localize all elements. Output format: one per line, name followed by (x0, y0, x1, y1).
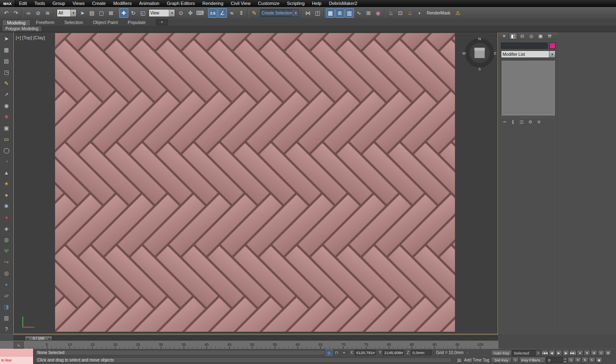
tan-sphere-tool-icon[interactable]: ● (1, 191, 12, 199)
next-frame-button[interactable]: |▶ (563, 350, 569, 356)
select-object-icon[interactable]: ➤ (78, 8, 87, 18)
menu-group[interactable]: Group (49, 0, 69, 7)
selection-filter-dropdown-arrow-icon[interactable]: ▾ (70, 10, 76, 17)
menu-views[interactable]: Views (69, 0, 88, 7)
box-tool-icon[interactable]: ▣ (1, 124, 12, 132)
absolute-offset-toggle-icon[interactable]: ⌖ (341, 350, 347, 356)
current-frame-field[interactable]: 0 (546, 357, 563, 363)
diamond-tool-icon[interactable]: ❖ (1, 113, 12, 121)
curve-editor-icon[interactable]: ∿ (354, 8, 363, 18)
sphere-tool-icon[interactable]: ◔ (1, 157, 12, 166)
frame-tick-50[interactable]: 50 (250, 342, 254, 347)
frame-tick-45[interactable]: 45 (227, 342, 231, 347)
configure-modifier-sets-button[interactable]: ≣ (536, 119, 542, 125)
menu-customize[interactable]: Customize (254, 0, 283, 7)
pan-button[interactable]: ✛ (575, 357, 581, 363)
previous-frame-button[interactable]: ◀| (549, 350, 555, 356)
render-flyout-arrow-icon[interactable]: ▾ (415, 8, 424, 18)
maximize-viewport-button[interactable]: ▣ (596, 357, 602, 363)
ring-tool-icon[interactable]: ◎ (1, 269, 12, 278)
toggle-scene-explorer-icon[interactable]: ▦ (326, 8, 335, 18)
x-coordinate-field[interactable]: 6120,791mm (355, 350, 375, 355)
reference-coordinate-dropdown-arrow-icon[interactable]: ▾ (169, 10, 175, 17)
viewcube-east-label[interactable]: E (494, 51, 496, 55)
zoom-region-button[interactable]: ⊠ (605, 350, 611, 356)
maxscript-mini-listener[interactable]: In line: (0, 349, 34, 364)
frame-tick-55[interactable]: 55 (273, 342, 277, 347)
zoom-extents-button[interactable]: ⊡ (598, 350, 604, 356)
set-key-button[interactable]: Set Key (491, 357, 512, 363)
cone-tool-icon[interactable]: ▲ (1, 168, 12, 177)
hand-tool-icon[interactable]: ↪ (1, 258, 12, 266)
menu-modifiers[interactable]: Modifiers (109, 0, 135, 7)
use-pivot-center-icon[interactable]: ⊙ (176, 8, 185, 18)
make-unique-button[interactable]: ◫ (518, 119, 525, 125)
select-and-link-icon[interactable]: ∞ (24, 8, 33, 18)
align-icon[interactable]: ◫ (313, 8, 322, 18)
new-key-tangent-button[interactable]: ∿ (512, 357, 519, 363)
remove-modifier-button[interactable]: ⊖ (527, 119, 534, 125)
frame-tick-25[interactable]: 25 (136, 342, 140, 347)
reference-coordinate-dropdown[interactable]: View▾ (149, 9, 175, 17)
modifier-stack-list[interactable] (501, 60, 555, 115)
help-tool-icon[interactable]: ? (1, 325, 12, 333)
frame-tick-20[interactable]: 20 (113, 342, 117, 347)
create-tab[interactable]: ✶ (500, 32, 508, 40)
named-selection-sets-dropdown[interactable]: Create Selection Se▾ (260, 9, 299, 17)
plane-tool-icon[interactable]: ▭ (1, 135, 12, 144)
menu-debrismaker2[interactable]: DebrisMaker2 (325, 0, 361, 7)
frame-spinner-down-icon[interactable]: ▾ (563, 360, 567, 363)
herringbone-plane-object[interactable] (55, 33, 455, 332)
listener-lane[interactable]: In line: (0, 357, 33, 364)
auto-key-selected-dropdown[interactable]: Selected▾ (512, 350, 541, 356)
half-tone-tool-icon[interactable]: ◨ (1, 302, 12, 311)
grid-tool-icon[interactable]: ▦ (1, 46, 12, 54)
list-tool-icon[interactable]: ▤ (1, 57, 12, 65)
object-color-swatch[interactable] (549, 43, 556, 49)
pencil-tool-icon[interactable]: ✎ (1, 79, 12, 88)
select-by-name-icon[interactable]: ▤ (87, 8, 96, 18)
viewcube-north-label[interactable]: N (478, 37, 481, 41)
frame-tick-75[interactable]: 75 (364, 342, 368, 347)
selection-lock-icon[interactable]: ⊓ (333, 350, 340, 356)
modifier-list-dropdown[interactable]: Modifier List ▾ (501, 50, 556, 58)
track-bar-ruler[interactable]: 5101520253035404550556065707580859095100 (24, 341, 480, 349)
select-and-scale-icon[interactable]: ◱ (138, 8, 147, 18)
ribbon-minimize-icon[interactable]: ▾ (156, 19, 168, 25)
selection-filter-dropdown[interactable]: All▾ (57, 9, 77, 17)
modify-tab[interactable]: ◧ (509, 32, 517, 40)
frame-tick-40[interactable]: 40 (205, 342, 209, 347)
menu-scripting[interactable]: Scripting (283, 0, 308, 7)
circle-tool-icon[interactable]: ◯ (1, 146, 12, 155)
viewcube-south-label[interactable]: S (478, 67, 481, 71)
pin-stack-button[interactable]: ⊸ (501, 119, 508, 125)
menu-rendering[interactable]: Rendering (199, 0, 227, 7)
bind-to-space-warp-icon[interactable]: ≋ (43, 8, 52, 18)
parallelogram-tool-icon[interactable]: ▱ (1, 291, 12, 300)
rows-tool-icon[interactable]: ▥ (1, 314, 12, 322)
walk-through-button[interactable]: ⇅ (582, 357, 588, 363)
arrow-tool-icon[interactable]: ↗ (1, 90, 12, 99)
play-button[interactable]: ▶ (556, 350, 562, 356)
scatter-tool-icon[interactable]: ◍ (1, 235, 12, 244)
menu-civil-view[interactable]: Civil View (227, 0, 254, 7)
gem-tool-icon[interactable]: ◈ (1, 224, 12, 233)
spinner-snap-icon[interactable]: ⇕ (237, 8, 246, 18)
frame-tick-30[interactable]: 30 (159, 342, 163, 347)
track-bar[interactable]: ∿ 51015202530354045505560657075808590951… (0, 340, 498, 349)
viewcube-west-label[interactable]: W (462, 51, 466, 55)
go-to-start-button[interactable]: |◀◀ (541, 350, 548, 356)
hierarchy-tab[interactable]: ⊟ (518, 32, 527, 40)
frame-tick-70[interactable]: 70 (341, 342, 345, 347)
zoom-button[interactable]: ⊕ (584, 350, 590, 356)
ribbon-tab-freeform[interactable]: Freeform (31, 19, 59, 26)
go-to-end-button[interactable]: ▶▶| (570, 350, 576, 356)
show-end-result-button[interactable]: ∥ (510, 119, 516, 125)
toggle-layer-explorer-icon[interactable]: ≣ (335, 8, 344, 18)
frame-tick-95[interactable]: 95 (455, 342, 460, 347)
frame-tick-10[interactable]: 10 (67, 342, 72, 347)
ribbon-tab-populate[interactable]: Populate (123, 19, 150, 26)
frame-tick-100[interactable]: 100 (477, 342, 483, 347)
key-mode-toggle-button[interactable]: ● (577, 350, 583, 356)
snowflake-tool-icon[interactable]: ✱ (1, 202, 12, 211)
